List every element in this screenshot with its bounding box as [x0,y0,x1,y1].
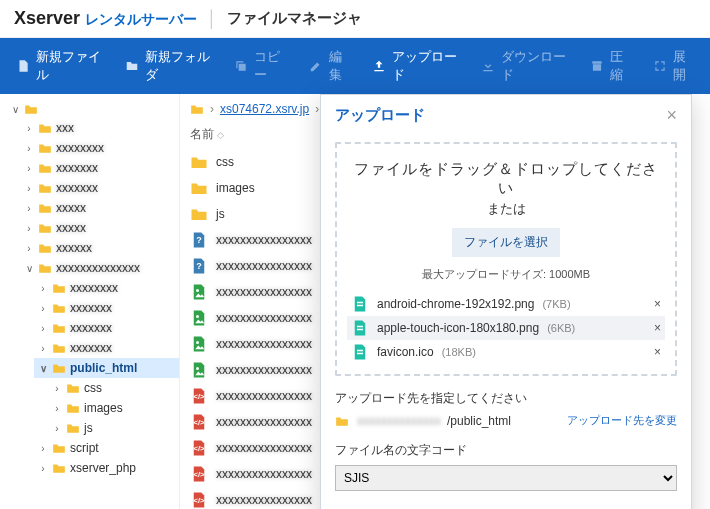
queue-file-size: (6KB) [547,322,575,334]
dialog-title: アップロード [335,106,425,125]
dialog-header: アップロード × [321,95,691,136]
remove-file-icon[interactable]: × [654,321,661,335]
svg-rect-15 [357,329,363,331]
remove-file-icon[interactable]: × [654,345,661,359]
queue-file-name: favicon.ico [377,345,434,359]
svg-rect-17 [357,353,363,355]
folder-icon [335,415,349,427]
dialog-body: ファイルをドラッグ＆ドロップしてください または ファイルを選択 最大アップロー… [321,136,691,501]
upload-dialog: アップロード × ファイルをドラッグ＆ドロップしてください または ファイルを選… [320,94,692,509]
dialog-footer: キャンセル アップロード [321,501,691,509]
queue-row[interactable]: apple-touch-icon-180x180.png(6KB)× [347,316,665,340]
queue-file-name: apple-touch-icon-180x180.png [377,321,539,335]
dest-row: xxxxxxxxxxxxxx/public_html アップロード先を変更 [335,413,677,428]
encoding-select[interactable]: SJIS [335,465,677,491]
dest-path-hidden: xxxxxxxxxxxxxx [357,414,441,428]
file-icon [351,343,369,361]
dest-label: アップロード先を指定してください [335,390,677,407]
svg-rect-12 [357,302,363,304]
modal-overlay: アップロード × ファイルをドラッグ＆ドロップしてください または ファイルを選… [0,0,710,509]
queue-row[interactable]: android-chrome-192x192.png(7KB)× [347,292,665,316]
file-icon [351,295,369,313]
queue-file-size: (18KB) [442,346,476,358]
remove-file-icon[interactable]: × [654,297,661,311]
drop-text-2: または [347,200,665,218]
drop-zone[interactable]: ファイルをドラッグ＆ドロップしてください または ファイルを選択 最大アップロー… [335,142,677,376]
upload-queue: android-chrome-192x192.png(7KB)×apple-to… [347,292,665,364]
queue-file-name: android-chrome-192x192.png [377,297,534,311]
close-icon[interactable]: × [666,105,677,126]
queue-row[interactable]: favicon.ico(18KB)× [347,340,665,364]
svg-rect-14 [357,326,363,328]
max-size-text: 最大アップロードサイズ: 1000MB [347,267,665,282]
dest-path-suffix: /public_html [447,414,511,428]
drop-text-1: ファイルをドラッグ＆ドロップしてください [347,160,665,198]
file-icon [351,319,369,337]
svg-rect-13 [357,305,363,307]
dest-path: xxxxxxxxxxxxxx/public_html [357,414,559,428]
queue-file-size: (7KB) [542,298,570,310]
choose-file-button[interactable]: ファイルを選択 [452,228,560,257]
svg-rect-16 [357,350,363,352]
encoding-label: ファイル名の文字コード [335,442,677,459]
change-dest-link[interactable]: アップロード先を変更 [567,413,677,428]
